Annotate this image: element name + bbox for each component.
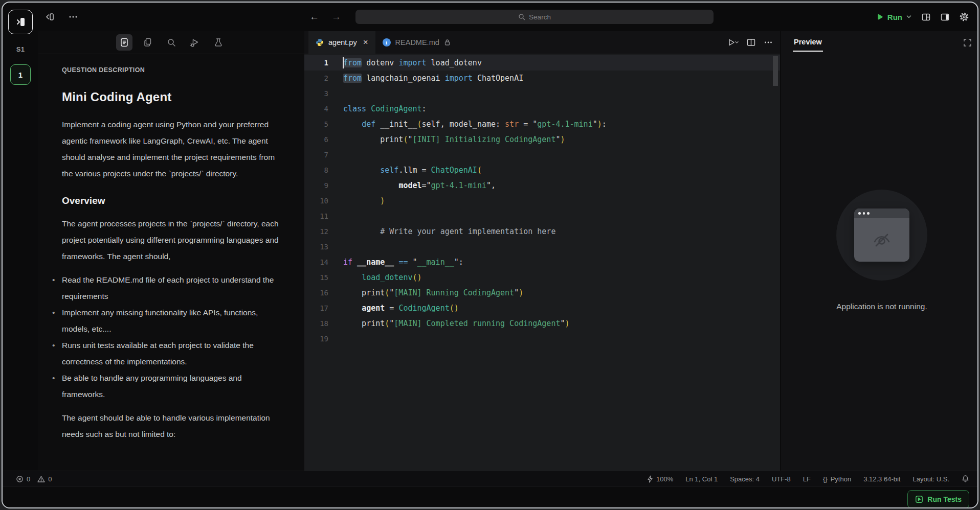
code-text <box>328 239 343 254</box>
code-line[interactable]: 2from langchain_openai import ChatOpenAI <box>304 71 780 86</box>
question-title: Mini Coding Agent <box>62 90 283 104</box>
line-number: 3 <box>304 86 328 101</box>
description-content: QUESTION DESCRIPTION Mini Coding Agent I… <box>38 54 304 443</box>
code-line[interactable]: 17 agent = CodingAgent() <box>304 300 780 316</box>
customize-layout-icon[interactable] <box>921 12 931 22</box>
panel-toggle-button[interactable] <box>8 10 33 34</box>
tab-preview[interactable]: Preview <box>794 38 822 48</box>
description-header: QUESTION DESCRIPTION <box>62 66 283 74</box>
description-tab-button[interactable] <box>116 34 132 51</box>
intro-paragraph: Implement a coding agent using Python an… <box>62 117 283 182</box>
code-line[interactable]: 11 <box>304 208 780 224</box>
language-label: Python <box>831 475 851 483</box>
search-input[interactable]: Search <box>355 10 714 24</box>
line-number: 13 <box>304 239 328 254</box>
code-line[interactable]: 14if __name__ == "__main__": <box>304 254 780 270</box>
braces-icon: {} <box>823 475 828 483</box>
run-tests-button[interactable]: Run Tests <box>907 490 969 508</box>
app-window: S1 1 ← → Search <box>2 2 978 508</box>
encoding-setting[interactable]: UTF-8 <box>772 475 791 483</box>
editor-more-icon[interactable] <box>764 38 773 47</box>
code-line[interactable]: 13 <box>304 239 780 254</box>
warning-count: 0 <box>48 475 52 483</box>
code-line[interactable]: 15 load_dotenv() <box>304 270 780 285</box>
search-panel-button[interactable] <box>163 34 180 51</box>
code-line[interactable]: 19 <box>304 331 780 346</box>
warnings-status[interactable]: 0 <box>37 475 52 483</box>
errors-status[interactable]: 0 <box>16 475 30 483</box>
question-1-button[interactable]: 1 <box>10 64 31 85</box>
runtime-version[interactable]: 3.12.3 64-bit <box>863 475 900 483</box>
run-button[interactable]: Run <box>875 13 912 21</box>
cursor-position[interactable]: Ln 1, Col 1 <box>685 475 718 483</box>
more-actions-icon[interactable] <box>68 12 78 22</box>
settings-gear-icon[interactable] <box>959 12 969 22</box>
code-text: from langchain_openai import ChatOpenAI <box>328 71 523 86</box>
performance-status[interactable]: 100% <box>647 475 673 483</box>
code-line[interactable]: 10 ) <box>304 193 780 208</box>
code-text: self.llm = ChatOpenAI( <box>328 163 482 178</box>
line-number: 18 <box>304 316 328 331</box>
bell-icon[interactable] <box>962 475 969 483</box>
code-area[interactable]: 1from dotenv import load_dotenv2from lan… <box>304 54 780 472</box>
session-label: S1 <box>16 45 25 53</box>
list-item: Read the README.md file of each project … <box>62 272 283 305</box>
code-line[interactable]: 16 print("[MAIN] Running CodingAgent") <box>304 285 780 300</box>
list-item: Be able to handle any programming langua… <box>62 370 283 403</box>
tab-agent-py[interactable]: agent.py × <box>308 31 375 54</box>
run-tests-icon <box>915 495 923 503</box>
copy-files-button[interactable] <box>140 34 156 51</box>
tests-panel-button[interactable] <box>210 34 227 51</box>
code-text: print("[MAIN] Running CodingAgent") <box>328 285 523 300</box>
code-line[interactable]: 1from dotenv import load_dotenv <box>304 55 780 71</box>
not-running-message: Application is not running. <box>836 302 927 311</box>
tab-readme-md[interactable]: i README.md <box>375 31 458 54</box>
code-text: ) <box>328 193 385 208</box>
forward-arrow-icon[interactable]: → <box>331 11 341 22</box>
back-arrow-icon[interactable]: ← <box>309 11 319 22</box>
warning-icon <box>37 475 45 483</box>
preview-panel: Preview <box>780 31 978 471</box>
split-editor-icon[interactable] <box>747 38 755 47</box>
keyboard-layout[interactable]: Layout: U.S. <box>912 475 949 483</box>
collapse-sidebar-icon[interactable] <box>44 12 55 22</box>
code-editor-panel: agent.py × i README.md <box>304 31 780 471</box>
code-text <box>328 147 343 163</box>
top-bar: ← → Search Run <box>38 3 977 31</box>
line-number: 16 <box>304 285 328 300</box>
code-line[interactable]: 3 <box>304 86 780 101</box>
play-icon <box>875 13 884 21</box>
code-line[interactable]: 9 model="gpt-4.1-mini", <box>304 178 780 193</box>
magnifier-icon <box>167 38 176 48</box>
left-rail: S1 1 <box>3 3 38 471</box>
eol-setting[interactable]: LF <box>803 475 811 483</box>
code-line[interactable]: 18 print("[MAIN] Completed running Codin… <box>304 316 780 331</box>
code-text <box>328 86 343 101</box>
debug-run-button[interactable] <box>187 34 203 51</box>
code-lines: 1from dotenv import load_dotenv2from lan… <box>304 55 780 346</box>
fullscreen-icon[interactable] <box>963 38 972 47</box>
editor-scrollbar-thumb[interactable] <box>773 56 778 86</box>
code-line[interactable]: 8 self.llm = ChatOpenAI( <box>304 163 780 178</box>
code-line[interactable]: 5 def __init__(self, model_name: str = "… <box>304 117 780 132</box>
requirements-list: Read the README.md file of each project … <box>62 272 283 403</box>
code-line[interactable]: 6 print("[INIT] Initializing CodingAgent… <box>304 132 780 147</box>
info-icon: i <box>383 38 391 47</box>
error-icon <box>16 475 24 483</box>
close-tab-icon[interactable]: × <box>363 37 368 48</box>
toggle-secondary-panel-icon[interactable] <box>940 12 950 22</box>
line-number: 12 <box>304 224 328 239</box>
code-line[interactable]: 7 <box>304 147 780 163</box>
code-text <box>328 208 343 224</box>
line-number: 7 <box>304 147 328 163</box>
run-file-icon[interactable] <box>727 38 739 47</box>
language-mode[interactable]: {} Python <box>823 475 851 483</box>
indentation-setting[interactable]: Spaces: 4 <box>730 475 760 483</box>
code-line[interactable]: 4class CodingAgent: <box>304 101 780 117</box>
run-chevron-down-icon <box>906 14 912 20</box>
window-titlebar-graphic <box>854 208 909 218</box>
code-line[interactable]: 12 # Write your agent implementation her… <box>304 224 780 239</box>
editor-tab-bar: agent.py × i README.md <box>304 31 780 54</box>
overview-paragraph: The agent processes projects in the `pro… <box>62 216 283 265</box>
tab-label: agent.py <box>328 38 357 47</box>
